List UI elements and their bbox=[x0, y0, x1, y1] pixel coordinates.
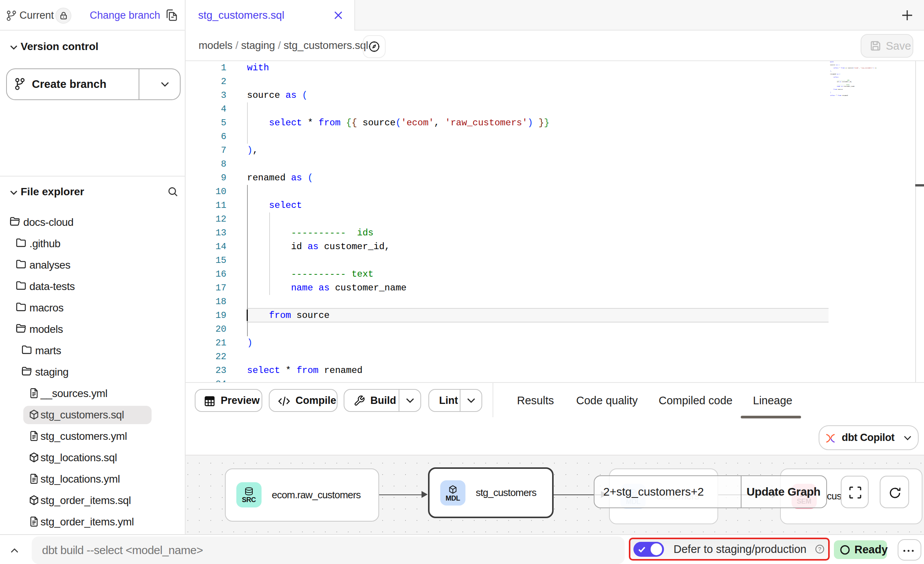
svg-text:?: ? bbox=[818, 546, 821, 553]
